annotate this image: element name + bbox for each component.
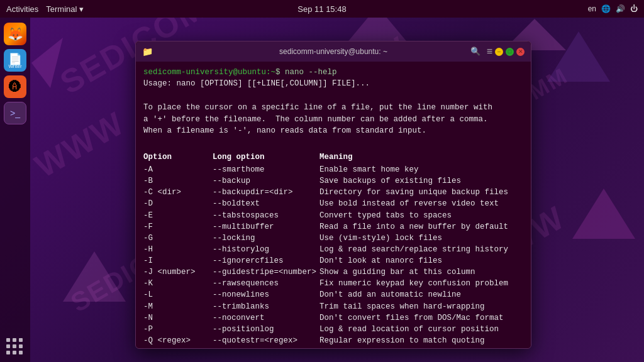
option-meaning: Don't add an automatic newline [319, 289, 523, 300]
network-icon: 🌐 [601, 4, 611, 13]
option-long: --tabstospaces [213, 210, 319, 221]
terminal-titlebar: 📁 sedicomm-university@ubuntu: ~ 🔍 ≡ – □ … [136, 41, 531, 62]
option-short: -H [143, 244, 213, 255]
topbar-right: en 🌐 🔊 ⏻ [588, 4, 638, 13]
option-short: -Q <regex> [143, 335, 213, 346]
option-short: -N [143, 312, 213, 324]
command-line: sedicomm-university@ubuntu:~$ nano --hel… [143, 67, 523, 78]
option-meaning: Enable smart home key [319, 164, 523, 175]
power-icon: ⏻ [630, 4, 638, 13]
option-short: -C <dir> [143, 187, 213, 198]
terminal-menu-label: Terminal [46, 4, 77, 14]
option-long: --trimblanks [213, 301, 319, 312]
topbar-left: Activities Terminal ▾ [6, 4, 84, 14]
option-short: -P [143, 324, 213, 335]
dock-icon-libreoffice-writer[interactable]: 📄 Writer [4, 49, 26, 72]
window-controls: 🔍 ≡ – □ ✕ [470, 46, 525, 57]
option-row: -J <number>--guidestripe=<number>Show a … [143, 266, 523, 278]
topbar-datetime: Sep 11 15:48 [297, 4, 346, 14]
activities-button[interactable]: Activities [6, 4, 38, 14]
desc-line-5 [143, 136, 523, 148]
option-meaning: Log & read search/replace string history [319, 244, 523, 255]
command-text: $ nano --help [275, 68, 337, 77]
terminal-menu[interactable]: Terminal ▾ [46, 4, 84, 14]
option-long: --positionlog [213, 324, 319, 335]
usage-line: Usage: nano [OPTIONS] [[+LINE[,COLUMN]] … [143, 78, 523, 89]
option-long: --rawsequences [213, 278, 319, 289]
option-meaning: Save backups of existing files [319, 175, 523, 187]
option-row: -E--tabstospacesConvert typed tabs to sp… [143, 210, 523, 221]
watermark-3: WWW [28, 104, 131, 185]
options-table: Option Long option Meaning -A--smarthome… [143, 151, 523, 348]
terminal-window: 📁 sedicomm-university@ubuntu: ~ 🔍 ≡ – □ … [135, 41, 531, 349]
terminal-menu-icon[interactable]: ≡ [487, 46, 492, 57]
option-short: -E [143, 210, 213, 221]
terminal-folder-icon: 📁 [142, 47, 153, 57]
options-table-header: Option Long option Meaning [143, 151, 523, 163]
option-short: -B [143, 175, 213, 187]
titlebar-left-icons: 📁 [142, 47, 153, 57]
topbar: Activities Terminal ▾ Sep 11 15:48 en 🌐 … [0, 0, 644, 18]
svg-marker-4 [31, 38, 63, 88]
locale-indicator[interactable]: en [588, 4, 596, 13]
option-long: --boldtext [213, 198, 319, 209]
col-header-long-option: Long option [213, 151, 319, 163]
desc-line-2: To place the cursor on a specific line o… [143, 102, 523, 113]
dock: 🦊 📄 Writer 🅐 >_ [0, 18, 30, 362]
option-long: --locking [213, 233, 319, 244]
option-long: --smarthome [213, 164, 319, 175]
option-meaning: Trim tail spaces when hard-wrapping [319, 301, 523, 312]
option-long: --quotestr=<regex> [213, 335, 319, 346]
dock-icon-software-center[interactable]: 🅐 [4, 75, 26, 98]
option-row: -K--rawsequencesFix numeric keypad key c… [143, 278, 523, 289]
option-long: --backupdir=<dir> [213, 187, 319, 198]
svg-marker-2 [63, 251, 126, 302]
desc-line-4: When a filename is '-', nano reads data … [143, 125, 523, 136]
dock-icon-terminal[interactable]: >_ [4, 102, 26, 124]
option-row: -I--ignorercfilesDon't look at nanorc fi… [143, 255, 523, 266]
option-short: -R [143, 346, 213, 348]
dock-icon-firefox[interactable]: 🦊 [4, 23, 26, 45]
window-minimize-button[interactable]: – [495, 48, 503, 56]
option-row: -R--restrictedRestrict access to the fil… [143, 346, 523, 348]
sound-icon: 🔊 [616, 4, 625, 13]
window-maximize-button[interactable]: □ [506, 48, 514, 56]
terminal-body[interactable]: sedicomm-university@ubuntu:~$ nano --hel… [136, 62, 531, 348]
option-long: --noconvert [213, 312, 319, 324]
option-meaning: Don't look at nanorc files [319, 255, 523, 266]
option-row: -F--multibufferRead a file into a new bu… [143, 221, 523, 233]
option-long: --guidestripe=<number> [213, 266, 319, 278]
option-row: -Q <regex>--quotestr=<regex>Regular expr… [143, 335, 523, 346]
options-rows: -A--smarthomeEnable smart home key-B--ba… [143, 164, 523, 348]
option-row: -A--smarthomeEnable smart home key [143, 164, 523, 175]
option-meaning: Show a guiding bar at this column [319, 266, 523, 278]
option-meaning: Don't convert files from DOS/Mac format [319, 312, 523, 324]
option-row: -G--lockingUse (vim-style) lock files [143, 233, 523, 244]
option-meaning: Use (vim-style) lock files [319, 233, 523, 244]
option-row: -M--trimblanksTrim tail spaces when hard… [143, 301, 523, 312]
option-short: -J <number> [143, 266, 213, 278]
option-row: -L--nonewlinesDon't add an automatic new… [143, 289, 523, 300]
option-meaning: Log & read location of cursor position [319, 324, 523, 335]
show-applications-button[interactable] [6, 338, 24, 356]
option-long: --ignorercfiles [213, 255, 319, 266]
col-header-option: Option [143, 151, 213, 163]
window-close-button[interactable]: ✕ [516, 48, 525, 56]
option-row: -C <dir>--backupdir=<dir>Directory for s… [143, 187, 523, 198]
option-short: -L [143, 289, 213, 300]
option-row: -D--boldtextUse bold instead of reverse … [143, 198, 523, 209]
option-meaning: Directory for saving unique backup files [319, 187, 523, 198]
terminal-search-icon[interactable]: 🔍 [470, 47, 480, 57]
svg-marker-1 [547, 31, 610, 82]
option-long: --nonewlines [213, 289, 319, 300]
option-short: -G [143, 233, 213, 244]
option-short: -I [143, 255, 213, 266]
terminal-menu-arrow: ▾ [79, 4, 84, 14]
option-short: -M [143, 301, 213, 312]
option-meaning: Restrict access to the filesystem [319, 346, 523, 348]
option-short: -A [143, 164, 213, 175]
option-meaning: Convert typed tabs to spaces [319, 210, 523, 221]
col-header-meaning: Meaning [319, 151, 523, 163]
option-long: --restricted [213, 346, 319, 348]
prompt: sedicomm-university@ubuntu:~ [143, 68, 275, 77]
